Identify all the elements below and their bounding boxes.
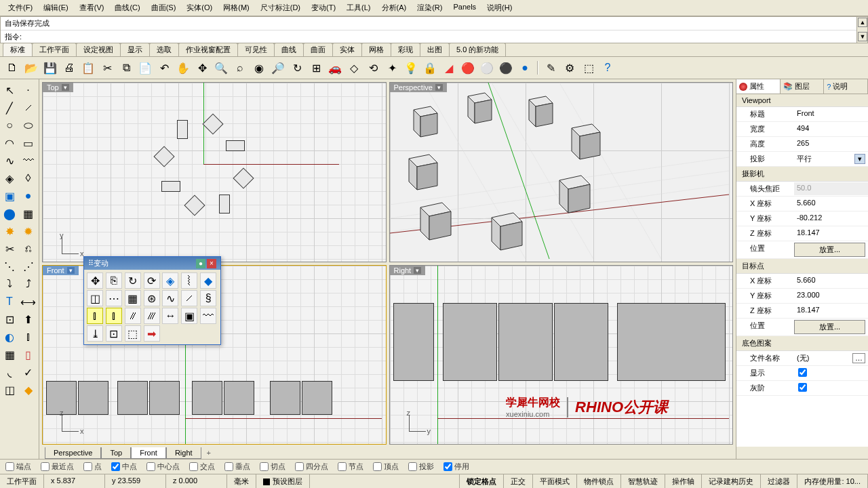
cut-icon[interactable]: ✂ <box>99 60 115 76</box>
menu-dimension[interactable]: 尺寸标注(D) <box>255 1 306 14</box>
copy-icon[interactable]: ⧉ <box>118 60 134 76</box>
status-smarttrack[interactable]: 智慧轨迹 <box>621 474 665 488</box>
prop-filename[interactable]: (无)… <box>794 352 868 365</box>
menu-transform[interactable]: 变动(T) <box>306 1 341 14</box>
array-srf-icon[interactable]: ⟋ <box>181 290 197 306</box>
open-icon[interactable]: 📂 <box>23 60 39 76</box>
scroll-up-icon[interactable]: ▲ <box>858 18 867 27</box>
menu-view[interactable]: 查看(V) <box>74 1 110 14</box>
set-cplane-icon[interactable]: 🚗 <box>327 60 343 76</box>
four-view-icon[interactable]: ⊞ <box>308 60 324 76</box>
edit-icon[interactable]: ✎ <box>542 60 559 76</box>
zoom-selected-icon[interactable]: 🔎 <box>270 60 286 76</box>
material-icon[interactable]: ◆ <box>20 382 37 398</box>
move-tool-icon[interactable]: ✥ <box>87 272 103 289</box>
copy-clipboard-icon[interactable]: 📋 <box>80 60 96 76</box>
rp-tab-layers[interactable]: 📚图层 <box>781 79 825 94</box>
tab-mesh[interactable]: 网格 <box>361 43 391 56</box>
status-units[interactable]: 毫米 <box>227 474 256 488</box>
cage-edit-icon[interactable]: ▣ <box>181 308 197 324</box>
menu-file[interactable]: 文件(F) <box>3 1 38 14</box>
prop-cam-place[interactable]: 放置... <box>794 243 865 257</box>
tab-display[interactable]: 显示 <box>120 43 150 56</box>
pan-icon[interactable]: ✋ <box>175 60 191 76</box>
chevron-down-icon[interactable]: ▾ <box>854 154 865 164</box>
osnap-point[interactable]: 点 <box>83 462 102 472</box>
ellipse-icon[interactable]: ⬭ <box>20 117 37 134</box>
vtab-front[interactable]: Front <box>131 447 166 459</box>
zoom-extents-icon[interactable]: ◉ <box>251 60 267 76</box>
arrow-icon[interactable]: ➡ <box>144 325 160 342</box>
array-icon[interactable]: ⊡ <box>1 311 18 327</box>
menu-panels[interactable]: Panels <box>448 1 481 14</box>
osnap-disable[interactable]: 停用 <box>443 462 469 472</box>
tab-drafting[interactable]: 出图 <box>420 43 450 56</box>
tab-viewport-layout[interactable]: 作业视窗配置 <box>178 43 238 56</box>
rotate3d-tool-icon[interactable]: ⟳ <box>144 272 160 289</box>
points-on-icon[interactable]: ⋱ <box>1 258 18 274</box>
tab-setview[interactable]: 设定视图 <box>76 43 121 56</box>
osnap-mid[interactable]: 中点 <box>111 462 137 472</box>
extend-icon[interactable]: ⤴ <box>20 276 37 292</box>
transform-palette[interactable]: ⠿ 变动 ● × ✥ ⎘ ↻ ⟳ ◈ ⦚ ◆ ◫ ⋯ ▦ ⊛ ∿ ⟋ § ⫿ ⫿… <box>83 256 221 345</box>
prop-cam-y[interactable]: -80.212 <box>794 212 868 225</box>
tab-select[interactable]: 选取 <box>149 43 179 56</box>
explode-icon[interactable]: ✸ <box>1 223 18 239</box>
sphere-blue-icon[interactable]: ● <box>517 60 533 76</box>
prop-cam-z[interactable]: 18.147 <box>794 227 868 240</box>
prop-tgt-place[interactable]: 放置... <box>794 320 865 334</box>
render-red-icon[interactable]: ◢ <box>441 60 457 76</box>
viewport-right[interactable]: Right▾ zy <box>389 265 734 445</box>
osnap-project[interactable]: 投影 <box>408 462 434 472</box>
mesh-icon[interactable]: ▦ <box>20 205 37 222</box>
undo-icon[interactable]: ↶ <box>156 60 172 76</box>
curve-icon[interactable]: ∿ <box>1 152 18 169</box>
browse-button[interactable]: … <box>852 353 865 363</box>
align-tool-icon[interactable]: ◫ <box>87 290 103 306</box>
prop-show-check[interactable] <box>798 368 807 377</box>
text-icon[interactable]: T <box>1 293 18 310</box>
tab-standard[interactable]: 标准 <box>3 43 33 56</box>
menu-surface[interactable]: 曲面(S) <box>146 1 182 14</box>
menu-edit[interactable]: 编辑(E) <box>38 1 74 14</box>
pointer-icon[interactable]: ↖ <box>1 82 18 98</box>
osnap-perp[interactable]: 垂点 <box>224 462 250 472</box>
vtab-perspective[interactable]: Perspective <box>45 447 101 459</box>
osnap-quad[interactable]: 四分点 <box>295 462 328 472</box>
osnap-int[interactable]: 交点 <box>189 462 215 472</box>
chevron-down-icon[interactable]: ▾ <box>435 84 443 91</box>
rotate-icon[interactable]: ⟲ <box>365 60 381 76</box>
cage-icon[interactable]: ▯ <box>20 346 37 363</box>
array-linear-icon[interactable]: ⋯ <box>106 290 122 306</box>
split-icon[interactable]: ⎌ <box>20 241 37 257</box>
orient-tool-icon[interactable]: ◆ <box>200 272 216 289</box>
print-icon[interactable]: 🖨 <box>61 60 77 76</box>
viewport-perspective[interactable]: Perspective▾ <box>389 82 734 262</box>
menu-solid[interactable]: 实体(O) <box>181 1 218 14</box>
construction-icon[interactable]: ✦ <box>384 60 400 76</box>
osnap-tan[interactable]: 切点 <box>260 462 285 472</box>
status-layer[interactable]: 预设图层 <box>256 474 310 488</box>
line-icon[interactable]: ╱ <box>1 100 18 116</box>
extrude-icon[interactable]: ⬆ <box>20 311 37 327</box>
mirror-tool-icon[interactable]: ⦚ <box>181 272 197 289</box>
stretch-icon[interactable]: ↔ <box>162 308 178 324</box>
rp-tab-help[interactable]: ?说明 <box>824 79 868 94</box>
smooth-icon[interactable]: 〰 <box>200 308 216 324</box>
zoom-window-icon[interactable]: ⌕ <box>232 60 248 76</box>
menu-mesh[interactable]: 网格(M) <box>218 1 255 14</box>
fillet-icon[interactable]: ◟ <box>1 364 18 380</box>
scroll-down-icon[interactable]: ▼ <box>858 32 867 41</box>
tab-render[interactable]: 彩现 <box>391 43 420 56</box>
project-tool-icon[interactable]: ⤓ <box>87 325 103 342</box>
status-filter[interactable]: 过滤器 <box>761 474 797 488</box>
menu-tools[interactable]: 工具(L) <box>341 1 376 14</box>
trim-icon[interactable]: ✂ <box>1 241 18 257</box>
taper-icon[interactable]: ⫿ <box>106 308 122 324</box>
osnap-near[interactable]: 最近点 <box>41 462 74 472</box>
vtab-right[interactable]: Right <box>166 447 201 459</box>
dim-icon[interactable]: ⟷ <box>20 293 37 310</box>
chevron-down-icon[interactable]: ▾ <box>67 267 75 274</box>
prop-projection[interactable]: 平行▾ <box>794 152 868 165</box>
osnap-knot[interactable]: 节点 <box>338 462 363 472</box>
